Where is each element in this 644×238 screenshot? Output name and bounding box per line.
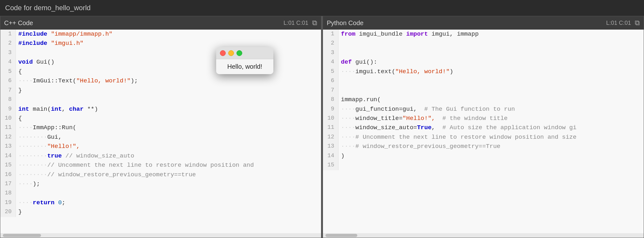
python-scrollbar[interactable] [323,233,644,238]
line-number: 14 [0,151,16,161]
line-number: 6 [323,76,338,86]
line-code [338,76,644,86]
line-number: 10 [323,114,338,123]
line-number: 8 [0,95,16,104]
table-row: 1from imgui_bundle import imgui, immapp [323,30,644,39]
line-number: 3 [323,48,338,58]
line-code: ) [338,151,644,161]
line-number: 15 [0,161,16,170]
hello-world-popup: Hello, world! [216,47,273,74]
line-code [338,39,644,48]
line-code [338,161,644,170]
table-row: 20} [0,207,321,217]
python-scrollbar-thumb[interactable] [325,234,357,237]
line-number: 2 [0,39,16,48]
line-code [16,95,321,104]
line-code: #include "imgui.h" [16,39,321,48]
table-row: 10····window_title="Hello!", # the windo… [323,114,644,123]
line-code: ····# window_restore_previous_geometry==… [338,142,644,151]
popup-content: Hello, world! [216,59,273,74]
cpp-scrollbar[interactable] [0,233,321,238]
line-number: 5 [323,67,338,76]
line-code [338,48,644,58]
line-code: } [16,207,321,217]
cpp-panel-controls: L:01 C:01 ⧉ [284,19,317,27]
line-code: ········"Hello!", [16,142,321,151]
cpp-copy-icon[interactable]: ⧉ [312,19,317,27]
line-code: ········// window_restore_previous_geome… [16,170,321,179]
python-panel-header: Python Code L:01 C:01 ⧉ [323,16,644,30]
table-row: 2#include "imgui.h" [0,39,321,48]
line-number: 7 [0,86,16,95]
line-number: 2 [323,39,338,48]
line-number: 11 [323,123,338,132]
line-number: 9 [323,105,338,114]
table-row: 14········true // window_size_auto [0,151,321,161]
line-number: 16 [0,170,16,179]
table-row: 5····imgui.text("Hello, world!") [323,67,644,76]
line-number: 4 [323,58,338,67]
table-row: 13········"Hello!", [0,142,321,151]
python-panel: Python Code L:01 C:01 ⧉ 1from imgui_bund… [323,16,644,238]
table-row: 19····return 0; [0,198,321,207]
table-row: 13····# window_restore_previous_geometry… [323,142,644,151]
table-row: 15 [323,161,644,170]
popup-titlebar [216,47,273,59]
traffic-light-yellow[interactable] [228,50,234,56]
line-number: 12 [323,133,338,142]
table-row: 11····window_size_auto=True, # Auto size… [323,123,644,132]
line-code: ····imgui.text("Hello, world!") [338,67,644,76]
line-number: 13 [0,142,16,151]
table-row: 7 [323,86,644,95]
table-row: 1#include "immapp/immapp.h" [0,30,321,39]
line-code: ········// Uncomment the next line to re… [16,161,321,170]
table-row: 14) [323,151,644,161]
python-panel-title: Python Code [327,19,364,27]
table-row: 2 [323,39,644,48]
table-row: 10{ [0,114,321,123]
cpp-panel-title: C++ Code [4,19,33,27]
line-number: 6 [0,76,16,86]
table-row: 9int main(int, char **) [0,105,321,114]
python-code-area[interactable]: 1from imgui_bundle import imgui, immapp2… [323,30,644,233]
table-row: 6 [323,76,644,86]
line-number: 4 [0,58,16,67]
cpp-position: L:01 C:01 [284,20,308,26]
line-number: 11 [0,123,16,132]
line-number: 8 [323,95,338,104]
line-number: 14 [323,151,338,161]
table-row: 15········// Uncomment the next line to … [0,161,321,170]
line-number: 17 [0,179,16,189]
line-code: void Gui() [16,58,321,67]
python-copy-icon[interactable]: ⧉ [635,19,640,27]
python-panel-controls: L:01 C:01 ⧉ [606,19,640,27]
line-code: def gui(): [338,58,644,67]
line-number: 3 [0,48,16,58]
line-code: from imgui_bundle import imgui, immapp [338,30,644,39]
line-code: { [16,67,321,76]
line-code [16,189,321,198]
line-code: ····window_size_auto=True, # Auto size t… [338,123,644,132]
line-code: ········true // window_size_auto [16,151,321,161]
cpp-scrollbar-thumb[interactable] [3,234,41,237]
table-row: 8 [0,95,321,104]
traffic-light-red[interactable] [220,50,226,56]
python-position: L:01 C:01 [606,20,631,26]
table-row: 11····ImmApp::Run( [0,123,321,132]
line-code: ····gui_function=gui, # The Gui function… [338,105,644,114]
table-row: 12····# Uncomment the next line to resto… [323,133,644,142]
line-number: 7 [323,86,338,95]
line-code: } [16,86,321,95]
line-number: 1 [0,30,16,39]
line-code: ····# Uncomment the next line to restore… [338,133,644,142]
traffic-light-green[interactable] [236,50,242,56]
line-code: { [16,114,321,123]
table-row: 6····ImGui::Text("Hello, world!"); [0,76,321,86]
table-row: 16········// window_restore_previous_geo… [0,170,321,179]
line-code: #include "immapp/immapp.h" [16,30,321,39]
table-row: 8immapp.run( [323,95,644,104]
line-code: ····return 0; [16,198,321,207]
line-number: 19 [0,198,16,207]
line-code: ····window_title="Hello!", # the window … [338,114,644,123]
line-number: 1 [323,30,338,39]
